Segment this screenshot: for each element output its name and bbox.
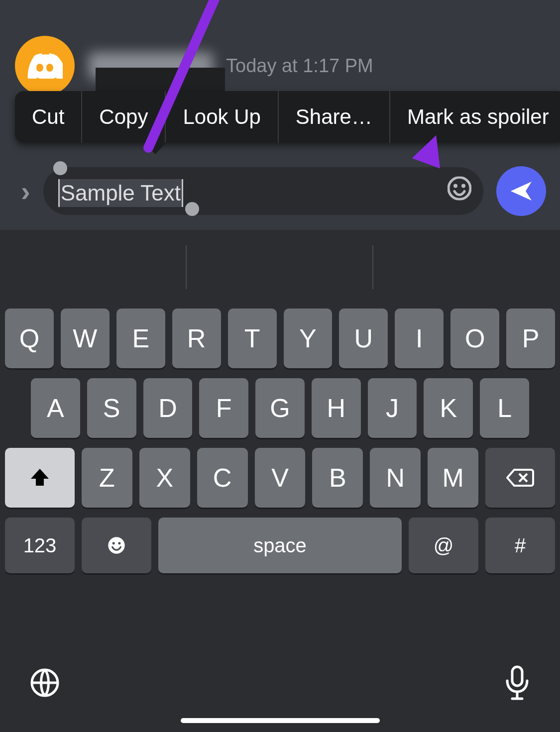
key-backspace[interactable]: [485, 448, 555, 508]
backspace-icon: [506, 468, 534, 488]
ctx-lookup[interactable]: Look Up: [166, 91, 278, 143]
context-menu-tail: [144, 142, 166, 154]
key-t[interactable]: T: [228, 309, 277, 368]
selected-text[interactable]: Sample Text: [58, 179, 183, 207]
keyboard-row-1: Q W E R T Y U I O P: [5, 309, 555, 368]
key-n[interactable]: N: [370, 448, 421, 508]
home-indicator[interactable]: [181, 718, 380, 723]
send-icon: [509, 179, 534, 204]
svg-point-2: [461, 184, 465, 188]
key-u[interactable]: U: [339, 309, 388, 368]
key-hash[interactable]: #: [485, 518, 555, 573]
svg-point-3: [108, 537, 124, 553]
key-w[interactable]: W: [61, 309, 110, 368]
shift-icon: [29, 467, 51, 489]
key-m[interactable]: M: [428, 448, 478, 508]
ctx-mark-spoiler[interactable]: Mark as spoiler: [390, 91, 560, 143]
key-q[interactable]: Q: [5, 309, 54, 368]
key-h[interactable]: H: [312, 378, 361, 438]
key-emoji[interactable]: [82, 518, 151, 573]
key-a[interactable]: A: [31, 378, 80, 438]
key-z[interactable]: Z: [82, 448, 132, 508]
key-s[interactable]: S: [87, 378, 136, 438]
ctx-copy[interactable]: Copy: [82, 91, 166, 143]
key-shift[interactable]: [5, 448, 75, 508]
message-input[interactable]: Sample Text: [43, 167, 483, 215]
message-input-row: › Sample Text: [0, 158, 560, 224]
key-numbers[interactable]: 123: [5, 518, 75, 573]
key-o[interactable]: O: [450, 309, 499, 368]
selection-handle-end[interactable]: [185, 202, 199, 216]
expand-input-icon[interactable]: ›: [21, 175, 30, 208]
key-d[interactable]: D: [143, 378, 193, 438]
emoji-icon: [107, 535, 126, 555]
avatar[interactable]: [15, 36, 75, 96]
globe-icon[interactable]: [29, 667, 61, 701]
svg-point-5: [118, 542, 120, 544]
key-e[interactable]: E: [116, 309, 165, 368]
keyboard-row-3: Z X C V B N M: [5, 448, 555, 508]
key-g[interactable]: G: [255, 378, 305, 438]
svg-point-4: [112, 542, 115, 544]
suggestion-slot-1[interactable]: [0, 245, 187, 289]
key-at[interactable]: @: [409, 518, 478, 573]
key-y[interactable]: Y: [284, 309, 333, 368]
key-b[interactable]: B: [312, 448, 363, 508]
svg-point-1: [453, 184, 457, 188]
key-x[interactable]: X: [139, 448, 190, 508]
key-j[interactable]: J: [368, 378, 417, 438]
discord-icon: [27, 53, 63, 79]
keyboard-row-4: 123 space @ #: [5, 518, 555, 573]
ctx-cut[interactable]: Cut: [15, 91, 82, 143]
send-button[interactable]: [496, 166, 546, 216]
text-context-menu: Cut Copy Look Up Share… Mark as spoiler: [15, 91, 560, 143]
ctx-share[interactable]: Share…: [279, 91, 390, 143]
key-r[interactable]: R: [172, 309, 221, 368]
keyboard: Q W E R T Y U I O P A S D F G H J K: [0, 230, 560, 732]
key-v[interactable]: V: [255, 448, 306, 508]
key-i[interactable]: I: [395, 309, 444, 368]
keyboard-row-2: A S D F G H J K L: [5, 378, 555, 438]
selection-handle-start[interactable]: [53, 161, 67, 175]
mic-icon[interactable]: [503, 665, 531, 703]
key-f[interactable]: F: [199, 378, 248, 438]
key-l[interactable]: L: [480, 378, 529, 438]
suggestion-slot-3[interactable]: [373, 245, 560, 289]
message-content-redacted: [96, 68, 225, 93]
key-space[interactable]: space: [158, 518, 402, 573]
emoji-picker-icon[interactable]: [448, 177, 471, 206]
key-c[interactable]: C: [197, 448, 248, 508]
key-p[interactable]: P: [506, 309, 555, 368]
suggestion-slot-2[interactable]: [187, 245, 373, 289]
suggestion-bar: [0, 230, 560, 305]
key-k[interactable]: K: [424, 378, 473, 438]
svg-rect-7: [512, 667, 522, 686]
message-timestamp: Today at 1:17 PM: [226, 55, 373, 77]
